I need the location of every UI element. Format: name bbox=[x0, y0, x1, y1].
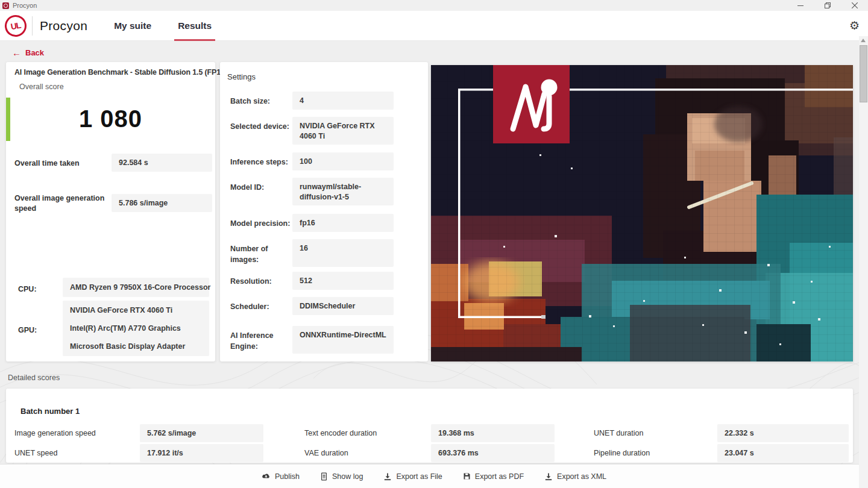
document-icon bbox=[320, 472, 328, 481]
metric-value: 23.047 s bbox=[717, 444, 849, 462]
overall-score-label: Overall score bbox=[19, 83, 64, 91]
brand-title: Procyon bbox=[40, 19, 87, 33]
metric-value: 17.912 it/s bbox=[140, 444, 263, 462]
app-icon bbox=[2, 2, 9, 9]
setting-label: Model ID: bbox=[230, 182, 293, 193]
setting-label: Resolution: bbox=[230, 276, 293, 287]
setting-label: Number of images: bbox=[230, 243, 293, 265]
cloud-upload-icon bbox=[262, 472, 271, 480]
metric-value: 19.368 ms bbox=[431, 424, 555, 442]
ai-badge-icon bbox=[493, 65, 570, 143]
overall-time-value: 92.584 s bbox=[112, 154, 212, 172]
export-file-label: Export as File bbox=[396, 472, 442, 481]
metric-label: Text encoder duration bbox=[304, 428, 425, 439]
overall-speed-label: Overall image generation speed bbox=[14, 193, 105, 214]
download-icon bbox=[544, 472, 553, 481]
setting-value: fp16 bbox=[292, 214, 394, 232]
metric-label: Pipeline duration bbox=[594, 448, 711, 458]
cpu-label: CPU: bbox=[18, 285, 37, 293]
metric-label: UNET speed bbox=[14, 448, 135, 458]
minimize-button[interactable] bbox=[787, 0, 814, 11]
setting-value: ONNXRuntime-DirectML bbox=[292, 326, 394, 354]
settings-title: Settings bbox=[227, 72, 256, 81]
settings-card: Settings Batch size: 4 Selected device: … bbox=[220, 62, 428, 361]
gpu-value: NVIDIA GeForce RTX 4060 Ti bbox=[70, 301, 202, 319]
show-log-button[interactable]: Show log bbox=[320, 472, 363, 481]
main-nav: My suite Results bbox=[113, 11, 237, 41]
gpu-label: GPU: bbox=[18, 326, 37, 334]
metric-label: UNET duration bbox=[594, 428, 711, 439]
detailed-scores-label: Detailed scores bbox=[8, 374, 60, 382]
export-pdf-label: Export as PDF bbox=[475, 472, 524, 481]
cpu-value: AMD Ryzen 9 7950X 16-Core Processor bbox=[63, 278, 209, 297]
back-arrow-icon: ← bbox=[12, 48, 21, 58]
export-file-button[interactable]: Export as File bbox=[383, 472, 442, 481]
overall-result-card: AI Image Generation Benchmark - Stable D… bbox=[6, 62, 215, 361]
setting-label: AI Inference Engine: bbox=[230, 330, 293, 352]
metric-label: Image generation speed bbox=[14, 428, 135, 439]
tab-results[interactable]: Results bbox=[177, 11, 213, 41]
metric-value: 693.376 ms bbox=[431, 444, 555, 462]
restore-button[interactable] bbox=[814, 0, 841, 11]
setting-value: DDIMScheduler bbox=[292, 297, 394, 315]
batch-title: Batch number 1 bbox=[20, 407, 80, 416]
gpu-value: Intel(R) Arc(TM) A770 Graphics bbox=[70, 319, 202, 337]
setting-label: Inference steps: bbox=[230, 157, 293, 167]
app-header: UL Procyon My suite Results ⚙ bbox=[0, 11, 868, 41]
export-xml-label: Export as XML bbox=[557, 472, 606, 481]
setting-value: 512 bbox=[292, 272, 394, 290]
publish-label: Publish bbox=[275, 472, 300, 481]
tab-my-suite[interactable]: My suite bbox=[113, 11, 153, 41]
setting-value: 4 bbox=[292, 92, 394, 110]
show-log-label: Show log bbox=[332, 472, 363, 481]
gpu-value-list: NVIDIA GeForce RTX 4060 Ti Intel(R) Arc(… bbox=[63, 301, 209, 356]
scrollbar-thumb[interactable] bbox=[860, 45, 867, 102]
vertical-scrollbar[interactable] bbox=[859, 36, 868, 488]
setting-value: 100 bbox=[292, 152, 394, 170]
export-xml-button[interactable]: Export as XML bbox=[544, 472, 606, 481]
setting-label: Model precision: bbox=[230, 218, 293, 229]
scroll-up-icon[interactable] bbox=[861, 39, 866, 42]
setting-value: runwayml/stable-diffusion-v1-5 bbox=[292, 178, 394, 205]
settings-gear-icon[interactable]: ⚙ bbox=[849, 20, 860, 31]
save-icon bbox=[463, 472, 471, 480]
publish-button[interactable]: Publish bbox=[262, 472, 300, 481]
back-label: Back bbox=[25, 48, 44, 57]
back-button[interactable]: ← Back bbox=[12, 48, 44, 58]
header-divider bbox=[32, 16, 33, 36]
gpu-value: Microsoft Basic Display Adapter bbox=[70, 337, 202, 355]
setting-label: Scheduler: bbox=[230, 301, 293, 312]
setting-label: Selected device: bbox=[230, 121, 293, 132]
overall-score-value: 1 080 bbox=[6, 105, 215, 133]
metric-value: 22.332 s bbox=[717, 424, 849, 442]
setting-value: NVIDIA GeForce RTX 4060 Ti bbox=[292, 117, 394, 145]
setting-label: Batch size: bbox=[230, 96, 293, 107]
result-image bbox=[431, 65, 853, 361]
action-footer: Publish Show log Export as File Export a… bbox=[0, 464, 868, 488]
benchmark-title: AI Image Generation Benchmark - Stable D… bbox=[14, 68, 213, 77]
overall-speed-value: 5.786 s/image bbox=[112, 194, 212, 212]
titlebar: Procyon bbox=[0, 0, 868, 11]
metric-label: VAE duration bbox=[304, 448, 425, 458]
detailed-scores-card: Batch number 1 Image generation speed 5.… bbox=[6, 389, 853, 463]
ul-logo-icon: UL bbox=[3, 13, 28, 39]
overall-time-label: Overall time taken bbox=[14, 158, 111, 169]
close-button[interactable] bbox=[841, 0, 868, 11]
download-icon bbox=[383, 472, 392, 481]
metric-value: 5.762 s/image bbox=[140, 424, 263, 442]
window-title: Procyon bbox=[13, 2, 37, 9]
export-pdf-button[interactable]: Export as PDF bbox=[463, 472, 524, 481]
setting-value: 16 bbox=[292, 239, 394, 267]
